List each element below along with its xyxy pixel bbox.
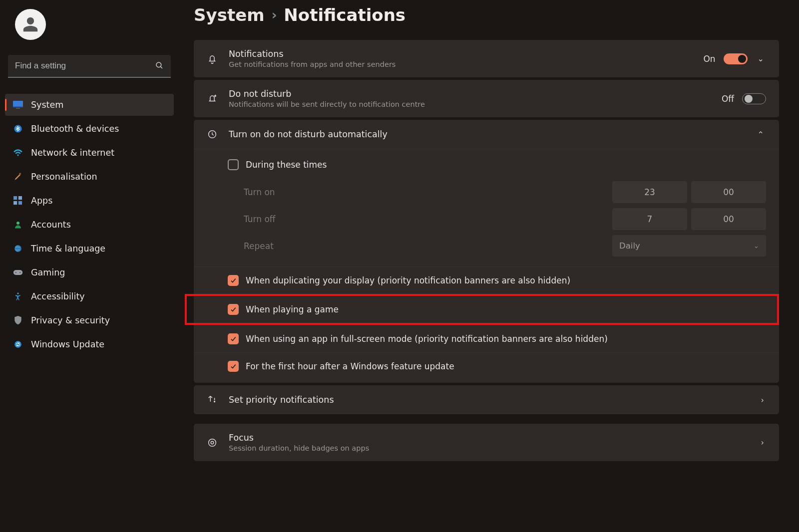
sidebar-item-bluetooth[interactable]: Bluetooth & devices	[5, 118, 174, 140]
card-subtitle: Session duration, hide badges on apps	[229, 444, 749, 452]
checkbox-duplicating[interactable]	[228, 275, 239, 286]
search-icon	[155, 61, 164, 72]
checkbox-fullscreen[interactable]	[228, 333, 239, 344]
sidebar-item-personalisation[interactable]: Personalisation	[5, 166, 174, 188]
repeat-label: Repeat	[244, 241, 608, 251]
sidebar-item-label: Accessibility	[31, 291, 85, 301]
clock-icon	[207, 129, 219, 140]
shield-icon	[13, 315, 23, 325]
wifi-icon	[13, 148, 23, 158]
chevron-right-icon: ›	[759, 438, 766, 447]
highlight-annotation: When playing a game	[185, 294, 779, 325]
brush-icon	[13, 172, 23, 182]
sidebar-item-update[interactable]: Windows Update	[5, 333, 174, 355]
dnd-toggle[interactable]	[742, 93, 766, 104]
gamepad-icon	[13, 267, 23, 277]
sidebar-item-label: Windows Update	[31, 339, 104, 349]
account-icon	[13, 220, 23, 230]
card-notifications[interactable]: Notifications Get notifications from app…	[194, 40, 779, 77]
svg-point-22	[209, 439, 216, 446]
avatar[interactable]	[15, 9, 46, 40]
turn-on-label: Turn on	[244, 187, 608, 197]
check-label: For the first hour after a Windows featu…	[246, 361, 454, 371]
chevron-up-icon[interactable]: ⌃	[756, 130, 766, 139]
row-duplicating-display[interactable]: When duplicating your display (priority …	[194, 266, 779, 294]
row-feature-update[interactable]: For the first hour after a Windows featu…	[194, 352, 779, 383]
turn-on-min[interactable]: 00	[691, 181, 766, 203]
svg-point-18	[14, 341, 21, 348]
monitor-icon	[13, 100, 23, 110]
check-label: When using an app in full-screen mode (p…	[246, 334, 608, 344]
sidebar-item-label: Time & language	[31, 244, 105, 254]
sidebar-item-system[interactable]: System	[5, 94, 174, 116]
sidebar-item-apps[interactable]: Apps	[5, 190, 174, 212]
toggle-state: Off	[722, 94, 734, 104]
svg-point-12	[16, 222, 19, 225]
sidebar-item-accessibility[interactable]: Accessibility	[5, 285, 174, 307]
repeat-value: Daily	[619, 241, 640, 251]
svg-point-15	[15, 272, 16, 273]
chevron-down-icon[interactable]: ⌄	[756, 54, 766, 63]
card-title: Notifications	[229, 49, 693, 59]
svg-point-17	[17, 292, 18, 294]
search-input[interactable]	[8, 55, 171, 77]
chevron-right-icon: ›	[759, 395, 766, 405]
svg-point-20	[214, 401, 215, 402]
sidebar-item-accounts[interactable]: Accounts	[5, 214, 174, 236]
card-focus[interactable]: Focus Session duration, hide badges on a…	[194, 424, 779, 461]
card-priority[interactable]: Set priority notifications ›	[194, 385, 779, 414]
svg-rect-4	[16, 108, 20, 109]
turn-off-min[interactable]: 00	[691, 208, 766, 230]
bell-icon	[207, 53, 219, 64]
row-playing-game[interactable]: When playing a game	[194, 296, 777, 323]
sidebar-item-label: Bluetooth & devices	[31, 124, 119, 134]
turn-off-label: Turn off	[244, 214, 608, 224]
bluetooth-icon	[13, 124, 23, 134]
checkbox-feature-update[interactable]	[228, 361, 239, 372]
checkbox-during-times[interactable]	[228, 159, 239, 170]
sidebar-item-gaming[interactable]: Gaming	[5, 262, 174, 283]
svg-rect-9	[18, 196, 22, 200]
card-dnd[interactable]: Do not disturb Notifications will be sen…	[194, 80, 779, 117]
check-label: When playing a game	[246, 304, 339, 314]
card-title: Turn on do not disturb automatically	[229, 129, 746, 139]
accessibility-icon	[13, 291, 23, 301]
update-icon	[13, 339, 23, 349]
card-subtitle: Notifications will be sent directly to n…	[229, 100, 712, 108]
svg-point-23	[211, 441, 214, 444]
svg-point-0	[156, 62, 161, 67]
svg-rect-14	[13, 270, 22, 275]
globe-clock-icon	[13, 244, 23, 254]
check-label: During these times	[246, 160, 327, 170]
svg-rect-8	[13, 196, 17, 200]
chevron-down-icon: ⌄	[754, 242, 759, 250]
sidebar-item-network[interactable]: Network & internet	[5, 142, 174, 164]
repeat-select[interactable]: Daily ⌄	[612, 235, 766, 257]
focus-icon	[207, 437, 219, 448]
breadcrumb-parent[interactable]: System	[194, 5, 265, 25]
turn-on-hour[interactable]: 23	[612, 181, 687, 203]
search-wrap[interactable]	[8, 55, 171, 78]
row-during-times[interactable]: During these times	[194, 149, 779, 178]
priority-icon	[207, 394, 219, 405]
page-title: Notifications	[284, 5, 405, 25]
card-title: Do not disturb	[229, 89, 712, 99]
breadcrumb: System › Notifications	[194, 5, 779, 25]
svg-point-16	[19, 272, 21, 273]
sidebar-item-privacy[interactable]: Privacy & security	[5, 309, 174, 331]
sidebar-item-label: System	[31, 100, 63, 110]
sidebar-item-label: Apps	[31, 196, 52, 206]
checkbox-game[interactable]	[228, 304, 239, 315]
sidebar-item-label: Personalisation	[31, 172, 97, 182]
svg-rect-3	[13, 106, 23, 107]
sidebar-item-label: Privacy & security	[31, 315, 110, 325]
sidebar-item-label: Network & internet	[31, 148, 114, 158]
card-title: Set priority notifications	[229, 395, 749, 405]
row-fullscreen-app[interactable]: When using an app in full-screen mode (p…	[194, 325, 779, 352]
card-auto-dnd[interactable]: Turn on do not disturb automatically ⌃	[194, 120, 779, 149]
notifications-toggle[interactable]	[724, 53, 748, 64]
toggle-state: On	[703, 54, 715, 64]
sidebar-item-time[interactable]: Time & language	[5, 238, 174, 260]
turn-off-hour[interactable]: 7	[612, 208, 687, 230]
sidebar-item-label: Accounts	[31, 220, 71, 230]
